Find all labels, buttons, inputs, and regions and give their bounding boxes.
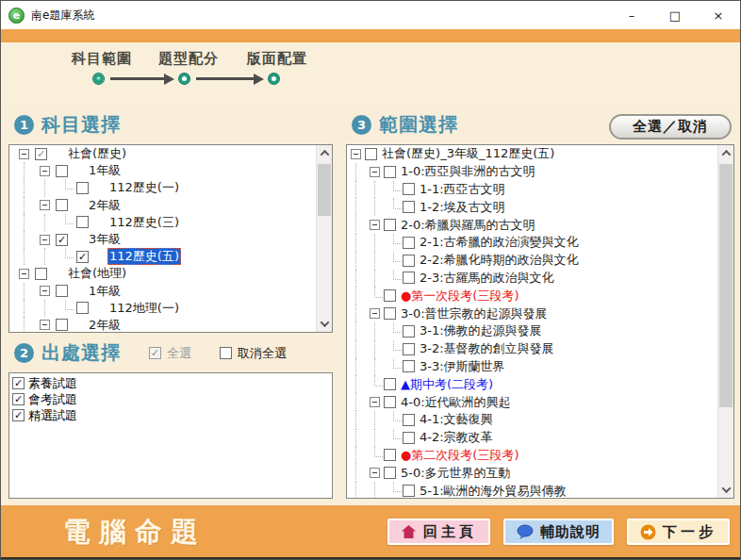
checkbox[interactable] xyxy=(384,289,396,302)
collapse-expander-icon[interactable] xyxy=(351,149,361,159)
tree-node-label[interactable]: 1年級 xyxy=(87,162,123,179)
list-item-label[interactable]: 精選試題 xyxy=(28,407,77,424)
checkbox[interactable] xyxy=(76,216,89,228)
tree-node-label[interactable]: 3-3:伊斯蘭世界 xyxy=(418,358,507,375)
scope-tree-scrollbar[interactable] xyxy=(717,145,733,498)
checkbox[interactable] xyxy=(384,219,396,231)
checkbox[interactable] xyxy=(403,183,415,195)
tree-node-label[interactable]: 5-1:歐洲的海外貿易與傳教 xyxy=(418,483,568,498)
tree-node-label[interactable]: 2-1:古希臘的政治演變與文化 xyxy=(418,234,581,251)
scroll-down-button[interactable] xyxy=(718,482,733,498)
tree-node-label[interactable]: 2-2:希臘化時期的政治與文化 xyxy=(418,252,581,269)
close-button[interactable]: × xyxy=(697,1,740,29)
list-item-label[interactable]: 素養試題 xyxy=(28,375,77,392)
checkbox[interactable]: ✓ xyxy=(35,148,47,160)
checkbox[interactable] xyxy=(384,396,396,408)
tree-node-label[interactable]: 3-2:基督教的創立與發展 xyxy=(418,340,556,357)
checkbox[interactable] xyxy=(56,165,68,177)
next-step-button[interactable]: 下一步 xyxy=(627,519,730,545)
collapse-expander-icon[interactable] xyxy=(40,200,50,210)
tree-node-label[interactable]: ●第二次段考(三段考) xyxy=(399,447,521,464)
tree-node-label[interactable]: 5-0:多元世界的互動 xyxy=(399,465,513,482)
collapse-expander-icon[interactable] xyxy=(370,167,380,177)
checkbox[interactable] xyxy=(403,360,415,372)
tree-node-label[interactable]: 2-3:古羅馬的政治與文化 xyxy=(418,270,556,287)
home-button[interactable]: 回主頁 xyxy=(387,519,490,545)
collapse-expander-icon[interactable] xyxy=(40,320,50,330)
checkbox[interactable] xyxy=(403,237,415,249)
checkbox[interactable] xyxy=(403,414,415,426)
collapse-expander-icon[interactable] xyxy=(19,149,29,159)
tree-node-label[interactable]: 3年級 xyxy=(87,231,123,248)
maximize-button[interactable]: □ xyxy=(653,1,697,29)
tree-node-label[interactable]: 1-1:西亞古文明 xyxy=(418,181,507,198)
tree-node-label[interactable]: 112歷史(一) xyxy=(107,179,181,196)
tree-node-label[interactable]: 1-0:西亞與非洲的古文明 xyxy=(399,163,537,180)
checkbox[interactable] xyxy=(403,272,415,284)
checkbox[interactable] xyxy=(403,255,415,267)
tree-node-label[interactable]: 社會(歷史)_3年級_112歷史(五) xyxy=(380,145,556,162)
minimize-button[interactable]: – xyxy=(610,1,653,29)
checkbox[interactable] xyxy=(35,268,47,280)
help-button[interactable]: 輔助說明 xyxy=(503,519,614,545)
deselect-all-label[interactable]: 取消全選 xyxy=(238,345,287,362)
checkbox[interactable] xyxy=(56,285,68,297)
checkbox[interactable]: ✓ xyxy=(12,409,25,421)
checkbox[interactable] xyxy=(365,148,377,160)
checkbox[interactable] xyxy=(76,302,89,314)
list-item-label[interactable]: 會考試題 xyxy=(28,391,77,408)
collapse-expander-icon[interactable] xyxy=(370,397,380,407)
tree-node-label[interactable]: 3-0:普世宗教的起源與發展 xyxy=(399,305,550,322)
collapse-expander-icon[interactable] xyxy=(40,286,50,296)
checkbox[interactable] xyxy=(76,182,89,194)
scroll-down-button[interactable] xyxy=(317,316,332,332)
checkbox[interactable]: ✓ xyxy=(12,393,25,405)
collapse-expander-icon[interactable] xyxy=(370,308,380,319)
tree-node-label[interactable]: 2-0:希臘與羅馬的古文明 xyxy=(399,217,537,234)
tree-node-label[interactable]: 112歷史(五) xyxy=(107,248,181,265)
tree-node-label[interactable]: 3-1:佛教的起源與發展 xyxy=(418,322,544,339)
deselect-all-checkbox[interactable] xyxy=(220,347,232,359)
checkbox[interactable]: ✓ xyxy=(12,377,25,389)
collapse-expander-icon[interactable] xyxy=(370,468,380,478)
scrollbar-thumb[interactable] xyxy=(719,164,733,407)
collapse-expander-icon[interactable] xyxy=(40,166,50,176)
tree-node-label[interactable]: 社會(地理) xyxy=(66,265,128,282)
tree-node-label[interactable]: 4-2:宗教改革 xyxy=(418,429,495,446)
tree-node-label[interactable]: 112歷史(三) xyxy=(107,214,181,231)
select-all-toggle-button[interactable]: 全選／取消 xyxy=(609,114,732,140)
scrollbar-thumb[interactable] xyxy=(318,164,331,216)
checkbox[interactable]: ✓ xyxy=(76,251,89,263)
checkbox[interactable] xyxy=(403,485,415,497)
collapse-expander-icon[interactable] xyxy=(40,235,50,245)
tree-node-label[interactable]: 1年級 xyxy=(87,283,123,300)
tree-node-label[interactable]: 2年級 xyxy=(87,317,123,332)
checkbox[interactable] xyxy=(384,307,396,320)
collapse-expander-icon[interactable] xyxy=(19,269,29,279)
checkbox[interactable] xyxy=(403,432,415,444)
tree-node-label[interactable]: 112地理(一) xyxy=(107,300,181,317)
tree-node-label[interactable]: 4-1:文藝復興 xyxy=(418,411,495,428)
checkbox[interactable] xyxy=(384,166,396,178)
scroll-up-button[interactable] xyxy=(317,145,332,161)
tree-node-label[interactable]: 1-2:埃及古文明 xyxy=(418,199,507,216)
subject-tree-scrollbar[interactable] xyxy=(316,145,332,332)
collapse-expander-icon[interactable] xyxy=(370,220,380,230)
checkbox[interactable] xyxy=(384,449,396,461)
checkbox[interactable] xyxy=(56,199,68,211)
tree-node-label[interactable]: ▲期中考(二段考) xyxy=(399,376,495,393)
tree-node-label[interactable]: 2年級 xyxy=(87,197,123,214)
checkbox[interactable] xyxy=(403,325,415,338)
tree-node-label[interactable]: 社會(歷史) xyxy=(66,145,128,162)
select-all-label[interactable]: 全選 xyxy=(167,345,191,362)
checkbox[interactable]: ✓ xyxy=(56,234,68,246)
select-all-checkbox[interactable]: ✓ xyxy=(149,347,161,359)
tree-node-label[interactable]: ●第一次段考(三段考) xyxy=(399,288,521,305)
checkbox[interactable] xyxy=(384,467,396,479)
scroll-up-button[interactable] xyxy=(718,145,733,161)
checkbox[interactable] xyxy=(403,201,415,213)
checkbox[interactable] xyxy=(403,343,415,355)
checkbox[interactable] xyxy=(56,319,68,331)
tree-node-label[interactable]: 4-0:近代歐洲的興起 xyxy=(399,394,513,411)
checkbox[interactable] xyxy=(384,378,396,390)
